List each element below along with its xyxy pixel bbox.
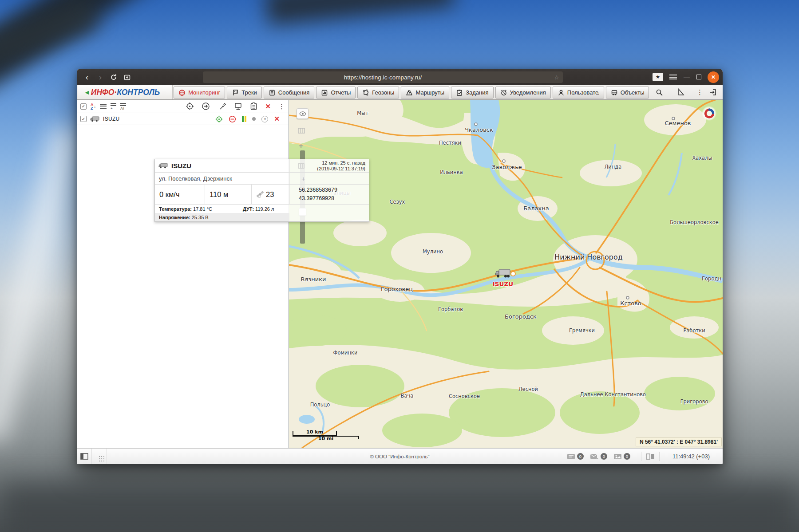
alarm-clock-icon (500, 89, 507, 96)
search-icon (656, 89, 663, 96)
reload-button[interactable] (107, 71, 120, 83)
list-view-icon[interactable] (100, 104, 107, 109)
map-place-label: Мулино (423, 248, 443, 255)
unit-list-panel: AZ↓ + All ISUZU (77, 100, 289, 448)
minimize-button[interactable] (683, 74, 690, 81)
popup-truck-icon (158, 163, 168, 169)
scale-km: 10 km (293, 429, 337, 436)
tab-label: Маршруты (415, 89, 444, 96)
url-bar[interactable]: https://hosting.ic-company.ru/ (203, 71, 563, 83)
map-place-label: Вача (401, 393, 414, 399)
bookmarks-button[interactable] (653, 73, 663, 81)
bookmark-star-icon[interactable] (554, 74, 559, 81)
map[interactable]: МытЧкаловскПестякиИльинкаЗаволжьеСеменов… (289, 100, 723, 448)
clipboard-icon[interactable] (250, 102, 257, 110)
logout-icon (709, 88, 717, 96)
popup-coordinates: 56.2368583679 43.397769928 (290, 186, 337, 203)
unit-info-popup: ISUZU 12 мин. 25 с. назад (2019-09-12 11… (154, 159, 369, 222)
map-provider-logo (702, 106, 716, 121)
tab-users[interactable]: Пользователи (553, 87, 604, 99)
popup-grid-icon (298, 163, 305, 169)
back-button[interactable] (80, 71, 94, 83)
unit-blocked-icon[interactable] (229, 115, 236, 123)
popup-speed: 0 км/ч (155, 185, 205, 204)
add-to-list-icon[interactable]: + (111, 103, 116, 110)
background-shape (0, 125, 83, 443)
tab-label: Треки (241, 89, 257, 96)
search-button[interactable] (651, 87, 668, 98)
logo-text-red: ИНФО· (91, 88, 117, 97)
vehicle-icon (611, 89, 618, 96)
report-chart-icon (321, 89, 328, 96)
popup-last-message-time: 12 мин. 25 с. назад (2019-09-12 11:37:19… (317, 160, 369, 172)
map-place-label: Хахалы (692, 155, 712, 161)
select-all-checkbox[interactable] (80, 103, 87, 110)
more-menu-button[interactable] (691, 87, 708, 98)
measure-tool-button[interactable] (672, 87, 689, 98)
main-area: AZ↓ + All ISUZU (77, 100, 723, 448)
tab-label: Объекты (621, 89, 645, 96)
logo-arrow-icon: ◄ (84, 89, 90, 96)
tab-messages[interactable]: Сообщения (264, 87, 315, 99)
map-place-label: Сосновское (449, 393, 480, 399)
map-place-label: Фоминки (333, 350, 357, 356)
unit-marker[interactable]: ISUZU (490, 268, 516, 288)
status-bar: © ООО "Инфо-Контроль" 0 0 0 11:49:42 (+0… (77, 448, 723, 464)
tab-label: Отчеты (331, 89, 351, 96)
layers-grid-icon (298, 128, 305, 134)
map-place-label: Балахна (523, 205, 549, 212)
unit-locate-icon[interactable] (215, 115, 223, 123)
send-command-icon[interactable] (202, 102, 210, 110)
maximize-button[interactable] (696, 75, 701, 79)
close-button[interactable] (708, 71, 719, 83)
visibility-control[interactable] (297, 108, 309, 119)
tab-jobs[interactable]: Задания (451, 87, 493, 99)
tab-notifications[interactable]: Уведомления (495, 87, 551, 99)
zoom-in-control[interactable] (297, 142, 305, 150)
user-icon (558, 89, 565, 96)
layers-control[interactable] (298, 127, 305, 135)
background-shape (265, 0, 454, 25)
sort-az-icon[interactable]: AZ↓ (91, 103, 96, 110)
tab-label: Сообщения (278, 89, 310, 96)
tab-label: Пользователи (567, 89, 599, 96)
map-place-label: Лесной (518, 386, 538, 392)
polygon-icon (362, 89, 369, 96)
unit-checkbox[interactable] (80, 116, 87, 122)
eye-icon (299, 111, 306, 116)
unit-row-isuzu[interactable]: ISUZU (77, 113, 289, 125)
unit-remove-icon[interactable] (274, 115, 280, 123)
map-place-label: Кстово (620, 300, 641, 307)
map-place-label: Вязники (301, 276, 326, 283)
map-place-label: Нижний Новгород (554, 253, 623, 261)
map-place-label: Большеорловское (670, 219, 719, 225)
map-place-label: Сезух (390, 199, 405, 205)
menu-icon[interactable] (669, 75, 677, 79)
tab-geofences[interactable]: Геозоны (357, 87, 399, 99)
tab-units[interactable]: Объекты (606, 87, 649, 99)
logout-button[interactable] (709, 85, 717, 99)
map-place-label: Работки (683, 327, 705, 334)
unit-menu-icon[interactable] (261, 116, 268, 122)
show-all-icon[interactable]: All (120, 103, 126, 110)
clear-list-icon[interactable] (265, 102, 271, 110)
toolbar-more-icon[interactable] (278, 102, 285, 110)
tab-tracks[interactable]: Треки (227, 87, 262, 99)
forward-button[interactable] (94, 71, 107, 83)
globe-icon (178, 89, 186, 96)
measure-icon (677, 88, 685, 96)
new-tab-button[interactable] (120, 71, 134, 83)
map-place-label: Григорово (680, 398, 708, 405)
browser-window: https://hosting.ic-company.ru/ ◄ ИНФО· К… (77, 69, 723, 464)
copyright-text: © ООО "Инфо-Контроль" (77, 454, 723, 459)
locate-all-icon[interactable] (186, 102, 194, 110)
sensor-state-icon[interactable] (242, 116, 246, 122)
tab-label: Задания (466, 89, 488, 96)
monitor-icon[interactable] (234, 102, 242, 110)
cursor-coordinates: N 56° 41.0372' : E 047° 31.8981' (636, 437, 722, 446)
tab-routes[interactable]: Маршруты (401, 87, 449, 99)
map-place-label: Польцо (310, 402, 330, 408)
tab-reports[interactable]: Отчеты (316, 87, 356, 99)
tab-monitoring[interactable]: Мониторинг (174, 87, 225, 99)
antenna-icon[interactable] (218, 102, 226, 110)
